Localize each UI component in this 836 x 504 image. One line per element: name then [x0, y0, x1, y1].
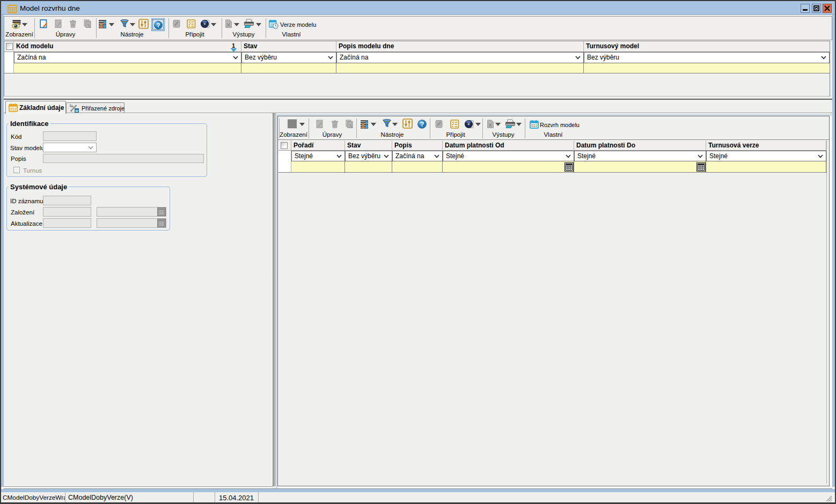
- svg-text:?: ?: [420, 121, 424, 128]
- svg-text:?: ?: [156, 21, 160, 28]
